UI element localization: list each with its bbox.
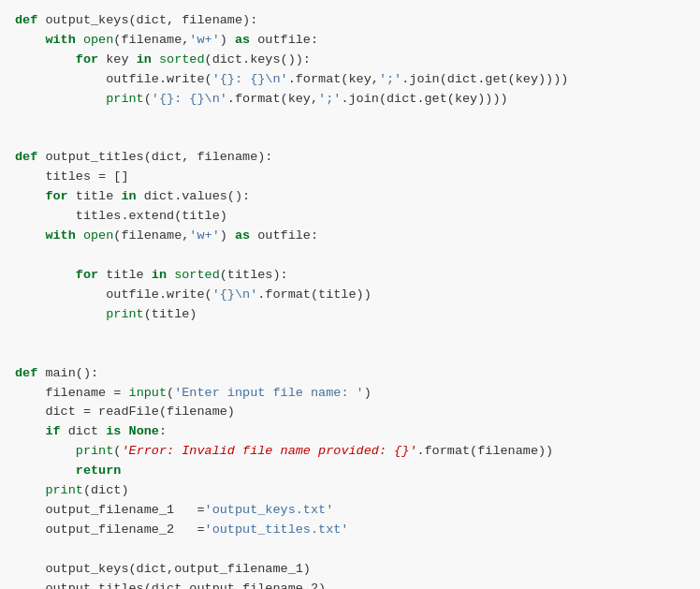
string-token: 'Enter input file name: ' (174, 386, 364, 400)
code-line: titles.extend(title) (15, 207, 685, 227)
builtin-token: print (45, 483, 83, 497)
normal-token: .format(title)) (257, 287, 372, 302)
normal-token: output_keys(dict, filename): (45, 13, 257, 27)
code-line: def main(): (15, 364, 685, 384)
normal-token: key (106, 52, 136, 66)
code-line: filename = input('Enter input file name:… (15, 384, 685, 404)
normal-token: (dict) (83, 483, 129, 497)
normal-token: .join(dict.get(key)))) (341, 92, 507, 106)
normal-token: title (106, 268, 152, 282)
normal-token (15, 444, 76, 458)
builtin-token: print (106, 307, 144, 321)
kw-token: is (106, 424, 128, 438)
normal-token: dict = readFile(filename) (15, 405, 235, 419)
normal-token (15, 483, 45, 497)
normal-token (15, 268, 76, 282)
normal-token: output_filename_2 = (15, 523, 205, 537)
code-line: print(title) (15, 305, 685, 325)
normal-token: outfile: (257, 228, 318, 243)
string-token: 'output_keys.txt' (205, 503, 334, 517)
normal-token: ( (167, 386, 174, 400)
normal-token: titles = [] (15, 169, 129, 184)
code-line: if dict is None: (15, 422, 685, 442)
normal-token: ) (364, 386, 372, 400)
normal-token: ) (220, 33, 235, 47)
string-token: 'output_titles.txt' (205, 523, 349, 537)
builtin-token: print (106, 92, 144, 106)
string-token: ';' (318, 92, 341, 106)
normal-token: filename = (15, 386, 129, 400)
code-line (15, 325, 685, 345)
code-line: output_filename_1 ='output_keys.txt' (15, 501, 685, 521)
string-token: '{}: {}\n' (212, 72, 288, 86)
code-line: with open(filename,'w+') as outfile: (15, 227, 685, 246)
builtin-token: input (129, 386, 168, 400)
normal-token: ( (144, 92, 152, 106)
code-line (15, 246, 685, 266)
kw-token: for (45, 189, 75, 203)
code-line: output_filename_2 ='output_titles.txt' (15, 521, 685, 540)
builtin-token: sorted (159, 52, 205, 66)
normal-token: dict.values(): (144, 189, 250, 203)
code-line: outfile.write('{}: {}\n'.format(key,';'.… (15, 70, 685, 90)
code-line: output_keys(dict,output_filename_1) (15, 560, 685, 580)
code-line: def output_keys(dict, filename): (15, 11, 685, 31)
normal-token: outfile: (257, 33, 318, 47)
normal-token: output_keys(dict,output_filename_1) (15, 562, 311, 576)
code-line: titles = [] (15, 168, 685, 187)
kw-token: in (137, 52, 159, 66)
code-line: outfile.write('{}\n'.format(title)) (15, 286, 685, 305)
kw-token: return (76, 464, 122, 478)
code-line: dict = readFile(filename) (15, 403, 685, 422)
normal-token: titles.extend(title) (15, 209, 227, 223)
kw-token: def (15, 13, 45, 27)
normal-token: ) (220, 228, 235, 243)
code-line: for key in sorted(dict.keys()): (15, 51, 685, 70)
kw-token: with (45, 33, 83, 47)
code-line: print('Error: Invalid file name provided… (15, 442, 685, 462)
normal-token (15, 92, 106, 106)
string-token: '{}: {}\n' (152, 92, 227, 106)
normal-token: output_filename_1 = (15, 503, 205, 517)
normal-token: (dict.keys()): (205, 52, 311, 66)
code-line: print(dict) (15, 481, 685, 501)
kw-token: with (45, 228, 83, 243)
code-line: for title in dict.values(): (15, 187, 685, 207)
normal-token (15, 33, 45, 47)
code-line: with open(filename,'w+') as outfile: (15, 31, 685, 51)
code-container: def output_keys(dict, filename): with op… (0, 0, 700, 589)
code-line: for title in sorted(titles): (15, 266, 685, 286)
string-token: 'w+' (189, 33, 219, 47)
kw-token: as (235, 228, 257, 243)
code-line: print('{}: {}\n'.format(key,';'.join(dic… (15, 90, 685, 110)
builtin-token: open (83, 33, 113, 47)
normal-token (15, 424, 45, 438)
normal-token (15, 52, 76, 66)
normal-token: output_titles(dict, filename): (45, 150, 272, 164)
builtin-token: open (83, 228, 113, 243)
normal-token (15, 189, 45, 203)
normal-token: (title) (144, 307, 197, 321)
err-string-token: 'Error: Invalid file name provided: {}' (121, 444, 416, 458)
code-line: return (15, 462, 685, 481)
normal-token: (titles): (220, 268, 288, 282)
normal-token: .format(filename)) (416, 444, 553, 458)
kw-token: in (152, 268, 174, 282)
string-token: 'w+' (189, 228, 219, 243)
code-line (15, 540, 685, 560)
code-block: def output_keys(dict, filename): with op… (0, 11, 700, 589)
normal-token: .format(key, (227, 92, 318, 106)
kw-token: as (235, 33, 257, 47)
string-token: '{}\n' (212, 287, 258, 302)
kw-token: in (121, 189, 143, 203)
normal-token: .format(key, (288, 72, 379, 86)
normal-token: (filename, (113, 228, 189, 243)
normal-token: title (76, 189, 122, 203)
kw-token: None (129, 424, 159, 438)
code-line (15, 110, 685, 129)
string-token: ';' (379, 72, 401, 86)
code-line (15, 129, 685, 149)
normal-token: : (159, 424, 167, 438)
kw-token: def (15, 150, 45, 164)
normal-token (15, 307, 106, 321)
